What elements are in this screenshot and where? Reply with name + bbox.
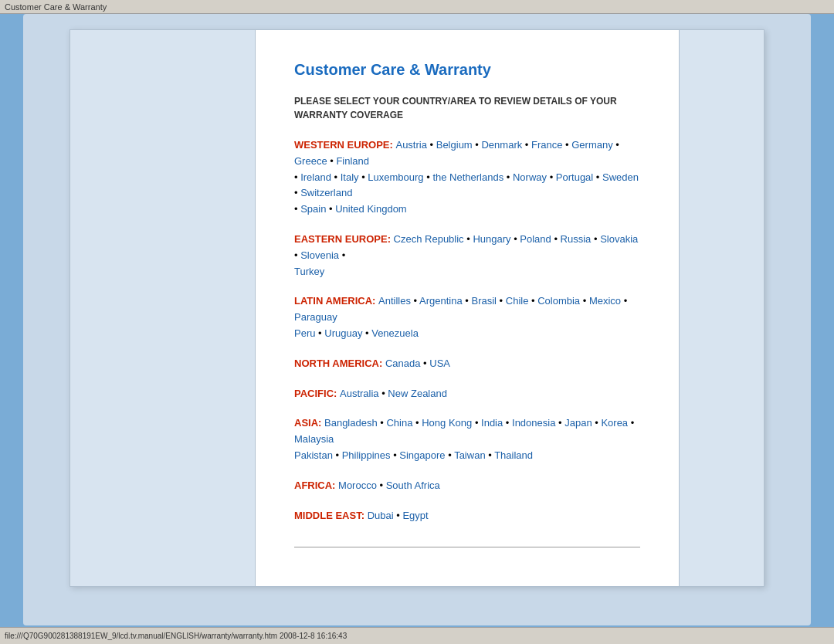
- status-url: file:///Q70G900281388191EW_9/lcd.tv.manu…: [5, 632, 347, 640]
- country-link-uruguay[interactable]: Uruguay: [324, 327, 362, 339]
- country-link-italy[interactable]: Italy: [341, 171, 359, 183]
- region-label-asia: ASIA:: [294, 417, 324, 429]
- country-link-philippines[interactable]: Philippines: [342, 449, 391, 461]
- page-container: Customer Care & Warranty PLEASE SELECT Y…: [70, 29, 764, 587]
- country-link-morocco[interactable]: Morocco: [338, 480, 377, 491]
- country-link-singapore[interactable]: Singapore: [399, 449, 445, 461]
- region-block-middle-east: MIDDLE EAST: Dubai • Egypt: [294, 508, 640, 524]
- country-link-peru[interactable]: Peru: [294, 327, 315, 339]
- region-label-latin-america: LATIN AMERICA:: [294, 295, 378, 307]
- country-link-taiwan[interactable]: Taiwan: [454, 449, 485, 461]
- country-link-turkey[interactable]: Turkey: [294, 266, 324, 277]
- regions-container: WESTERN EUROPE: Austria • Belgium • Denm…: [294, 137, 640, 524]
- region-block-africa: AFRICA: Morocco • South Africa: [294, 478, 640, 494]
- country-link-finland[interactable]: Finland: [336, 155, 369, 167]
- country-link-mexico[interactable]: Mexico: [589, 295, 621, 307]
- page-title: Customer Care & Warranty: [294, 61, 640, 79]
- country-link-thailand[interactable]: Thailand: [494, 449, 533, 461]
- region-label-western-europe: WESTERN EUROPE:: [294, 139, 395, 151]
- country-link-chile[interactable]: Chile: [506, 295, 529, 307]
- country-link-japan[interactable]: Japan: [564, 417, 592, 429]
- region-label-pacific: PACIFIC:: [294, 388, 340, 399]
- country-link-united-kingdom[interactable]: United Kingdom: [335, 203, 407, 215]
- country-link-usa[interactable]: USA: [429, 358, 450, 369]
- country-link-pakistan[interactable]: Pakistan: [294, 449, 333, 461]
- country-link-slovakia[interactable]: Slovakia: [600, 233, 638, 245]
- page-subtitle: PLEASE SELECT YOUR COUNTRY/AREA TO REVIE…: [294, 94, 640, 122]
- country-link-sweden[interactable]: Sweden: [602, 171, 639, 183]
- country-link-brasil[interactable]: Brasil: [471, 295, 497, 307]
- country-link-antilles[interactable]: Antilles: [378, 295, 411, 307]
- country-link-indonesia[interactable]: Indonesia: [512, 417, 555, 429]
- region-block-eastern-europe: EASTERN EUROPE: Czech Republic • Hungary…: [294, 232, 640, 280]
- country-link-luxembourg[interactable]: Luxembourg: [368, 171, 423, 183]
- country-link-denmark[interactable]: Denmark: [481, 139, 522, 151]
- country-link-czech-republic[interactable]: Czech Republic: [394, 233, 464, 245]
- region-label-africa: AFRICA:: [294, 480, 338, 491]
- outer-frame: Customer Care & Warranty PLEASE SELECT Y…: [23, 14, 811, 625]
- country-link-germany[interactable]: Germany: [571, 139, 612, 151]
- region-label-eastern-europe: EASTERN EUROPE:: [294, 233, 394, 245]
- country-link-russia[interactable]: Russia: [561, 233, 592, 245]
- region-label-north-america: NORTH AMERICA:: [294, 358, 385, 369]
- status-bar: file:///Q70G900281388191EW_9/lcd.tv.manu…: [0, 627, 834, 644]
- country-link-spain[interactable]: Spain: [300, 203, 326, 215]
- country-link-ireland[interactable]: Ireland: [300, 171, 331, 183]
- country-link-belgium[interactable]: Belgium: [436, 139, 473, 151]
- browser-title-bar: Customer Care & Warranty: [0, 0, 834, 14]
- country-link-china[interactable]: China: [386, 417, 412, 429]
- region-block-north-america: NORTH AMERICA: Canada • USA: [294, 356, 640, 372]
- main-content: Customer Care & Warranty PLEASE SELECT Y…: [256, 30, 679, 586]
- country-link-paraguay[interactable]: Paraguay: [294, 311, 337, 323]
- country-link-korea[interactable]: Korea: [601, 417, 628, 429]
- left-sidebar: [70, 30, 256, 586]
- country-link-portugal[interactable]: Portugal: [556, 171, 593, 183]
- country-link-venezuela[interactable]: Venezuela: [371, 327, 419, 339]
- country-link-south-africa[interactable]: South Africa: [386, 480, 440, 491]
- country-link-the-netherlands[interactable]: the Netherlands: [432, 171, 503, 183]
- country-link-malaysia[interactable]: Malaysia: [294, 433, 334, 445]
- region-block-latin-america: LATIN AMERICA: Antilles • Argentina • Br…: [294, 293, 640, 341]
- country-link-australia[interactable]: Australia: [340, 388, 379, 399]
- region-label-middle-east: MIDDLE EAST:: [294, 510, 368, 521]
- country-link-greece[interactable]: Greece: [294, 155, 327, 167]
- country-link-egypt[interactable]: Egypt: [402, 510, 428, 521]
- region-block-western-europe: WESTERN EUROPE: Austria • Belgium • Denm…: [294, 137, 640, 218]
- country-link-france[interactable]: France: [531, 139, 562, 151]
- country-link-argentina[interactable]: Argentina: [419, 295, 463, 307]
- region-block-asia: ASIA: Bangladesh • China • Hong Kong • I…: [294, 415, 640, 463]
- country-link-slovenia[interactable]: Slovenia: [300, 249, 339, 261]
- country-link-dubai[interactable]: Dubai: [368, 510, 394, 521]
- country-link-new-zealand[interactable]: New Zealand: [388, 388, 447, 399]
- country-link-india[interactable]: India: [481, 417, 503, 429]
- country-link-hong-kong[interactable]: Hong Kong: [422, 417, 472, 429]
- country-link-hungary[interactable]: Hungary: [473, 233, 510, 245]
- country-link-poland[interactable]: Poland: [520, 233, 551, 245]
- country-link-austria[interactable]: Austria: [395, 139, 426, 151]
- separator: [294, 547, 640, 547]
- browser-title-text: Customer Care & Warranty: [5, 2, 107, 12]
- region-block-pacific: PACIFIC: Australia • New Zealand: [294, 386, 640, 402]
- country-link-norway[interactable]: Norway: [513, 171, 547, 183]
- right-sidebar: [679, 30, 764, 586]
- country-link-switzerland[interactable]: Switzerland: [300, 187, 352, 198]
- country-link-canada[interactable]: Canada: [385, 358, 421, 369]
- country-link-colombia[interactable]: Colombia: [537, 295, 580, 307]
- country-link-bangladesh[interactable]: Bangladesh: [324, 417, 378, 429]
